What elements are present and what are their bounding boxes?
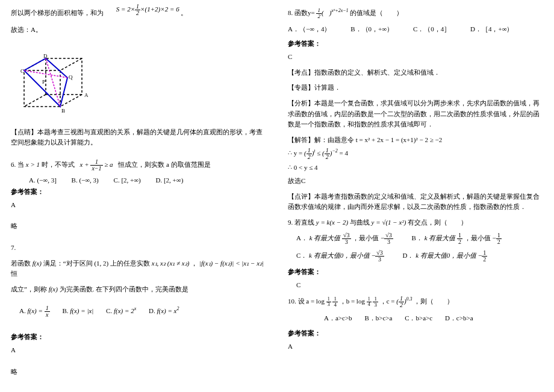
q7-a: 若函数: [11, 260, 31, 267]
q9-fc: y = √(1 − x²): [372, 219, 408, 226]
right-column: 8. 函数y= 12( )x²+2x−1 的值域是（ ） A．（−∞，4） B．…: [277, 0, 554, 392]
choice-a: 故选：A。: [11, 25, 266, 36]
ans6: A: [11, 200, 266, 211]
q9b-v2: 12: [496, 232, 502, 245]
q7-opt-c-l: C.: [106, 307, 112, 314]
q6-options: A. (−∞, 3] B. (−∞, 3) C. [2, +∞) D. [2, …: [29, 176, 266, 184]
q9a-m: ，最小值: [352, 234, 379, 241]
q6-opt-d: D. [2, +∞): [156, 176, 184, 184]
q10-opt-c: C．b>a>c: [405, 314, 432, 322]
q8-opt-b: B．（0，+∞）: [350, 24, 393, 35]
q7-f: 成立”，则称: [11, 285, 47, 293]
q7-opt-d-f: f(x) = x2: [157, 307, 179, 314]
q6-a: 6. 当: [11, 161, 24, 168]
svg-text:A: A: [84, 92, 89, 98]
ans6-note: 略: [11, 221, 266, 232]
q7-opt-a-l: A.: [19, 307, 26, 314]
ans10: A: [288, 341, 543, 352]
q6-opt-b: B. (−∞, 3): [72, 176, 99, 184]
q8-expr: 12( )x²+2x−1: [316, 9, 350, 16]
q7-d: |f(x₁) − f(x₂)| < |x₁ − x₂|: [199, 260, 264, 267]
q8-b: 的值域是（ ）: [350, 9, 403, 16]
q10-opt-a: A．a>c>b: [324, 314, 352, 322]
jieda-b-suf: = 4: [340, 149, 348, 157]
q7-opt-d-l: D.: [149, 307, 155, 314]
q10-val2: 13: [373, 296, 378, 308]
q9-fy: y = k(x − 2): [316, 219, 350, 226]
q7-options: A. f(x) = 1x B. f(x) = |x| C. f(x) = 2x …: [19, 305, 266, 318]
ans7-note: 略: [11, 367, 266, 378]
q7-opt-b-f: f(x) = |x|: [70, 307, 93, 314]
q9-b: 与曲线: [350, 219, 370, 226]
q9a-v1: √33: [342, 232, 351, 245]
q7-opt-a-f: f(x) = 1x: [27, 307, 49, 314]
q7-e: 恒: [11, 270, 17, 277]
q8-a: 8. 函数y=: [288, 9, 315, 16]
area-text: 所以两个梯形的面积相等，和为: [11, 9, 104, 16]
q9b-t: k 有最大值: [425, 234, 456, 241]
q8-options: A．（−∞，4） B．（0，+∞） C．（0，4］ D．［4，+∞）: [288, 24, 543, 35]
q9d-v: 12: [482, 250, 487, 263]
q10-options: A．a>c>b B．b>c>a C．b>a>c D．c>b>a: [324, 313, 543, 324]
jieda-b-1: (12)t: [304, 149, 316, 157]
q10-c: ，c =: [380, 297, 395, 305]
svg-line-1: [24, 95, 46, 107]
jieda-b-mid: ≤: [317, 149, 322, 157]
q6-b: x > 1: [26, 161, 42, 168]
svg-text:P: P: [42, 79, 45, 85]
q10-b: ，b = log: [340, 297, 365, 305]
q9c-t: k 有最大值0，最小值: [309, 252, 370, 259]
q7-num: 7.: [11, 243, 266, 254]
q8-opt-a: A．（−∞，4）: [288, 24, 331, 35]
q10: 10. 设 a = log 13 14 ，b = log 14 13 ，c = …: [288, 296, 543, 308]
cube-diagram: C D B A Q P: [13, 54, 92, 120]
q10-idx2: 14: [367, 297, 372, 307]
svg-text:B: B: [61, 108, 65, 114]
q9a-l: A．: [296, 234, 308, 241]
ans7: A: [11, 345, 266, 356]
q7-g: 为完美函数. 在下列四个函数中，完美函数是: [60, 285, 189, 293]
q6-c: 时，不等式: [42, 161, 75, 168]
q6-opt-c: C. [2, +∞): [114, 176, 141, 184]
q7-line2: 成立”，则称 f(x) 为完美函数. 在下列四个函数中，完美函数是: [11, 284, 266, 295]
q9c-l: C．: [296, 252, 307, 259]
area-formula: S = 2×12×(1+2)×2 = 6: [116, 5, 181, 13]
q8-opt-d: D．［4，+∞）: [470, 24, 514, 35]
svg-text:C: C: [20, 68, 24, 74]
q7-fx: f(x): [33, 260, 43, 267]
svg-text:D: D: [43, 54, 48, 59]
q8-exp: x²+2x−1: [331, 8, 348, 13]
svg-marker-6: [24, 58, 67, 107]
svg-line-3: [60, 58, 82, 70]
q7-fx2: f(x): [49, 285, 60, 293]
q9d-l: D．: [402, 252, 414, 259]
ans6-hdr: 参考答案：: [11, 187, 266, 196]
q9-c: 有交点，则（ ）: [408, 219, 467, 226]
q9b-m: ，最小值: [464, 234, 491, 241]
q8-opt-c: C．（0，4］: [413, 24, 450, 35]
q7-line1: 若函数 f(x) 满足：“对于区间 (1, 2) 上的任意实数 x₁, x₂ (…: [11, 258, 266, 279]
q6-d: 恒成立，则实数 a 的取值范围是: [118, 161, 210, 168]
q9-opts-row1: A． k 有最大值 √33 ，最小值 −√33 B． k 有最大值 12 ，最小…: [296, 232, 543, 245]
zhuanti: 【专题】计算题．: [288, 82, 543, 93]
area-suffix: 。: [181, 9, 187, 16]
q10-val1: 14: [332, 296, 338, 308]
ans8-hdr: 参考答案：: [288, 39, 543, 48]
q9-opts-row2: C． k 有最大值0，最小值 −√33 D． k 有最大值0，最小值 −12: [296, 250, 543, 263]
ans9-hdr: 参考答案：: [288, 267, 543, 276]
q10-expr3: (12)0.3: [396, 297, 412, 305]
ans9: C: [296, 280, 543, 291]
ans7-hdr: 参考答案：: [11, 332, 266, 341]
area-line: 所以两个梯形的面积相等，和为 S = 2×12×(1+2)×2 = 6 。: [11, 7, 266, 20]
svg-text:Q: Q: [69, 74, 73, 80]
fenxi: 【分析】本题是一个复合函数，求其值域可以分为两步来求，先求内层函数的值域，再求函…: [288, 98, 543, 130]
q7-opt-c-f: f(x) = 2x: [114, 307, 136, 314]
q9b-l: B．: [412, 234, 423, 241]
q9a-v2: √33: [384, 232, 393, 245]
q10-idx1: 13: [326, 297, 331, 307]
q10-a: 10. 设 a = log: [288, 297, 325, 305]
ans8: C: [288, 52, 543, 63]
q10-opt-d: D．c>b>a: [445, 314, 473, 322]
q7-c: x₁, x₂ (x₁ ≠ x₂): [152, 260, 191, 267]
q9c-v: √33: [375, 250, 384, 263]
